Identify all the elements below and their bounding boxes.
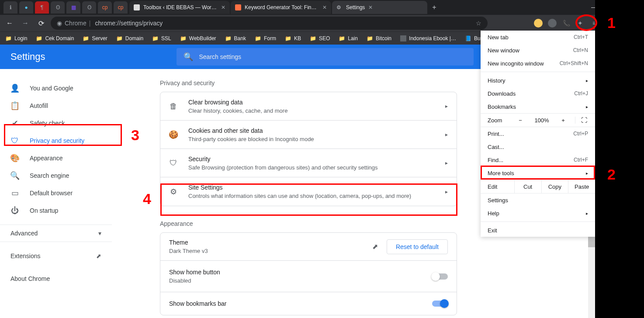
- close-icon[interactable]: ✕: [221, 4, 225, 10]
- pinned-tab[interactable]: ●: [19, 1, 33, 14]
- browser-icon: ▭: [10, 188, 19, 198]
- menu-copy[interactable]: Copy: [542, 180, 569, 193]
- gear-icon: ⚙: [336, 4, 343, 10]
- menu-print[interactable]: Print...Ctrl+P: [481, 127, 595, 140]
- pinned-tab[interactable]: ʘ: [51, 1, 65, 14]
- reset-theme-button[interactable]: Reset to default: [387, 239, 448, 254]
- chevron-right-icon: ▸: [445, 189, 448, 195]
- sidebar-item-privacy[interactable]: 🛡Privacy and security: [0, 132, 112, 149]
- menu-settings[interactable]: Settings: [481, 194, 595, 207]
- privacy-card: 🗑 Clear browsing dataClear history, cook…: [160, 92, 457, 206]
- menu-find[interactable]: Find...Ctrl+F: [481, 153, 595, 166]
- folder-icon: 📁: [255, 35, 261, 41]
- address-bar[interactable]: ◉Chrome| chrome://settings/privacy ☆: [51, 17, 488, 30]
- bookmark-item[interactable]: 📁SSL: [152, 35, 171, 41]
- close-icon[interactable]: ✕: [368, 4, 373, 10]
- extension-phone-icon[interactable]: 📞: [562, 19, 571, 28]
- row-site-settings[interactable]: ⚙ Site SettingsControls what information…: [160, 177, 457, 206]
- folder-icon: 📁: [5, 35, 12, 41]
- forward-button[interactable]: →: [19, 17, 31, 29]
- extension-puzzle-icon[interactable]: ✦: [576, 19, 585, 28]
- sidebar-advanced[interactable]: Advanced▾: [0, 225, 112, 242]
- reload-button[interactable]: ⟳: [35, 17, 47, 29]
- bookmark-item[interactable]: 📁Domain: [116, 35, 143, 41]
- row-cookies[interactable]: 🍪 Cookies and other site dataThird-party…: [160, 121, 457, 149]
- sidebar-item-search-engine[interactable]: 🔍Search engine: [0, 167, 112, 184]
- sidebar-item-safety[interactable]: ✔Safety check: [0, 114, 112, 132]
- bookmarks-bar-toggle[interactable]: [432, 301, 448, 307]
- menu-new-window[interactable]: New windowCtrl+N: [481, 44, 595, 57]
- pinned-tab[interactable]: ℹ: [3, 1, 17, 14]
- menu-history[interactable]: History▸: [481, 74, 595, 87]
- sidebar-item-autofill[interactable]: 📋Autofill: [0, 97, 112, 114]
- sidebar-extensions[interactable]: Extensions⬈: [0, 247, 112, 265]
- row-security[interactable]: 🛡 SecuritySafe Browsing (protection from…: [160, 149, 457, 177]
- folder-icon: 📁: [225, 35, 232, 41]
- bookmark-item[interactable]: 📁SEO: [310, 35, 330, 41]
- row-home-button[interactable]: Show home buttonDisabled: [160, 261, 457, 292]
- browser-tab[interactable]: Keyword Generator Tool: Find Ke ✕: [231, 1, 331, 14]
- row-bookmarks-bar[interactable]: Show bookmarks bar: [160, 292, 457, 315]
- menu-bookmarks[interactable]: Bookmarks▸: [481, 100, 595, 113]
- row-theme[interactable]: ThemeDark Theme v3 ⬈ Reset to default: [160, 233, 457, 261]
- appearance-card: ThemeDark Theme v3 ⬈ Reset to default Sh…: [160, 232, 457, 315]
- bookmark-item[interactable]: 📁WebBuilder: [180, 35, 216, 41]
- zoom-out-button[interactable]: −: [514, 117, 527, 124]
- sidebar-item-appearance[interactable]: 🎨Appearance: [0, 149, 112, 167]
- browser-tab-active[interactable]: ⚙ Settings ✕: [332, 1, 427, 14]
- menu-help[interactable]: Help▸: [481, 207, 595, 220]
- clipboard-icon: 📋: [10, 101, 19, 111]
- cookie-icon: 🍪: [169, 130, 178, 139]
- pinned-tab[interactable]: cp: [98, 1, 112, 14]
- menu-edit: Edit: [481, 180, 515, 193]
- menu-new-incognito[interactable]: New incognito windowCtrl+Shift+N: [481, 57, 595, 70]
- tab-title: Keyword Generator Tool: Find Ke: [245, 4, 319, 10]
- folder-icon: 📁: [310, 35, 316, 41]
- menu-paste[interactable]: Paste: [568, 180, 595, 193]
- bookmark-item[interactable]: 📁Server: [83, 35, 107, 41]
- zoom-in-button[interactable]: +: [557, 117, 570, 124]
- bookmark-star-icon[interactable]: ☆: [476, 20, 481, 27]
- sidebar-about[interactable]: About Chrome: [0, 270, 112, 287]
- bookmark-item[interactable]: Indonesia Ebook |…: [400, 35, 456, 41]
- close-icon[interactable]: ✕: [322, 4, 327, 10]
- pinned-tab[interactable]: ʘ: [82, 1, 96, 14]
- bookmark-item[interactable]: 📁Login: [5, 35, 27, 41]
- folder-icon: 📁: [152, 35, 159, 41]
- bookmark-item[interactable]: 📁Form: [255, 35, 276, 41]
- row-clear-browsing[interactable]: 🗑 Clear browsing dataClear history, cook…: [160, 92, 457, 121]
- sidebar-item-default-browser[interactable]: ▭Default browser: [0, 184, 112, 202]
- search-settings-input[interactable]: [199, 53, 467, 60]
- fullscreen-button[interactable]: ⛶: [575, 117, 588, 124]
- menu-exit[interactable]: Exit: [481, 224, 595, 237]
- bookmark-item[interactable]: 📁Cek Domain: [36, 35, 74, 41]
- pinned-tab[interactable]: ¶: [35, 1, 49, 14]
- extension-cookie-icon[interactable]: [534, 19, 543, 28]
- bookmark-item[interactable]: 📁Lain: [339, 35, 358, 41]
- safety-check-icon: ✔: [10, 118, 19, 128]
- menu-cut[interactable]: Cut: [515, 180, 542, 193]
- extension-ghostery-icon[interactable]: [548, 19, 557, 28]
- sidebar-item-startup[interactable]: ⏻On startup: [0, 202, 112, 219]
- menu-cast[interactable]: Cast...: [481, 140, 595, 153]
- new-tab-button[interactable]: +: [428, 1, 440, 14]
- menu-downloads[interactable]: DownloadsCtrl+J: [481, 87, 595, 100]
- pinned-tab[interactable]: cp: [114, 1, 128, 14]
- sidebar-item-you-google[interactable]: 👤You and Google: [0, 80, 112, 97]
- bookmark-item[interactable]: 📁Bank: [225, 35, 246, 41]
- browser-toolbar: ← → ⟳ ◉Chrome| chrome://settings/privacy…: [0, 15, 644, 31]
- shield-icon: 🛡: [10, 136, 19, 145]
- pinned-tab[interactable]: ▦: [66, 1, 80, 14]
- bookmark-item[interactable]: 📁Bitcoin: [367, 35, 391, 41]
- section-title-privacy: Privacy and security: [160, 80, 457, 86]
- browser-tab[interactable]: Toolbox ‹ IDE BEBAS — WordPre ✕: [129, 1, 230, 14]
- menu-more-tools[interactable]: More tools▸: [481, 166, 595, 180]
- external-link-icon[interactable]: ⬈: [372, 242, 378, 251]
- bookmark-item[interactable]: 📁KB: [285, 35, 301, 41]
- menu-new-tab[interactable]: New tabCtrl+T: [481, 31, 595, 44]
- book-icon: 📘: [465, 35, 471, 41]
- back-button[interactable]: ←: [3, 17, 16, 29]
- home-button-toggle[interactable]: [432, 273, 448, 280]
- shield-icon: 🛡: [169, 159, 178, 168]
- search-settings-box[interactable]: 🔍: [177, 48, 474, 66]
